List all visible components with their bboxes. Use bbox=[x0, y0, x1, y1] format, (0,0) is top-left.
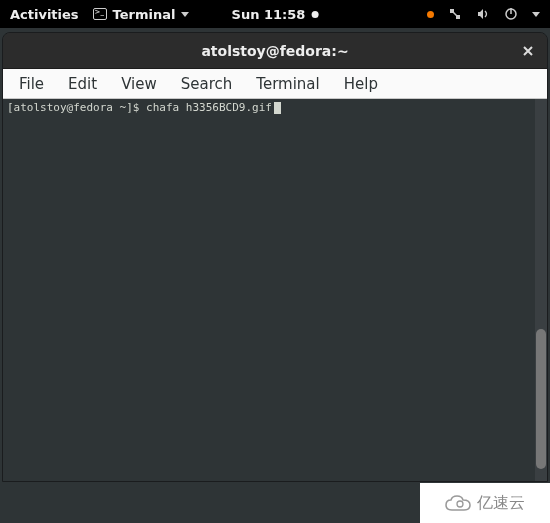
clock-label: Sun 11:58 bbox=[232, 7, 306, 22]
window-titlebar[interactable]: atolstoy@fedora:~ bbox=[3, 33, 547, 69]
system-status-area[interactable] bbox=[427, 7, 540, 21]
terminal-viewport[interactable]: [atolstoy@fedora ~]$ chafa h3356BCD9.gif bbox=[3, 99, 547, 481]
gnome-topbar: Activities Terminal Sun 11:58 bbox=[0, 0, 550, 28]
menu-search[interactable]: Search bbox=[171, 72, 243, 96]
cursor-icon bbox=[274, 102, 281, 114]
shell-command: chafa h3356BCD9.gif bbox=[146, 101, 272, 114]
menu-file[interactable]: File bbox=[9, 72, 54, 96]
menu-help[interactable]: Help bbox=[334, 72, 388, 96]
chevron-down-icon bbox=[532, 12, 540, 17]
watermark: 亿速云 bbox=[420, 483, 550, 523]
cloud-icon bbox=[445, 494, 471, 512]
topbar-left: Activities Terminal bbox=[10, 7, 189, 22]
terminal-window: atolstoy@fedora:~ File Edit View Search … bbox=[2, 32, 548, 482]
network-icon bbox=[448, 7, 462, 21]
clock[interactable]: Sun 11:58 bbox=[232, 7, 319, 22]
chevron-down-icon bbox=[181, 12, 189, 17]
scrollbar-thumb[interactable] bbox=[536, 329, 546, 469]
svg-point-4 bbox=[457, 501, 463, 507]
close-button[interactable] bbox=[517, 40, 539, 62]
watermark-text: 亿速云 bbox=[477, 493, 525, 514]
menu-terminal[interactable]: Terminal bbox=[246, 72, 329, 96]
menubar: File Edit View Search Terminal Help bbox=[3, 69, 547, 99]
shell-prompt: [atolstoy@fedora ~]$ bbox=[7, 101, 146, 114]
close-icon bbox=[522, 45, 534, 57]
menu-edit[interactable]: Edit bbox=[58, 72, 107, 96]
scrollbar-track[interactable] bbox=[535, 99, 547, 481]
app-menu-label: Terminal bbox=[113, 7, 176, 22]
volume-icon bbox=[476, 7, 490, 21]
notification-dot-icon bbox=[311, 11, 318, 18]
terminal-line: [atolstoy@fedora ~]$ chafa h3356BCD9.gif bbox=[7, 101, 543, 115]
app-menu[interactable]: Terminal bbox=[93, 7, 190, 22]
power-icon bbox=[504, 7, 518, 21]
update-indicator-icon bbox=[427, 11, 434, 18]
terminal-mini-icon bbox=[93, 8, 107, 20]
window-title: atolstoy@fedora:~ bbox=[201, 43, 348, 59]
menu-view[interactable]: View bbox=[111, 72, 167, 96]
activities-button[interactable]: Activities bbox=[10, 7, 79, 22]
